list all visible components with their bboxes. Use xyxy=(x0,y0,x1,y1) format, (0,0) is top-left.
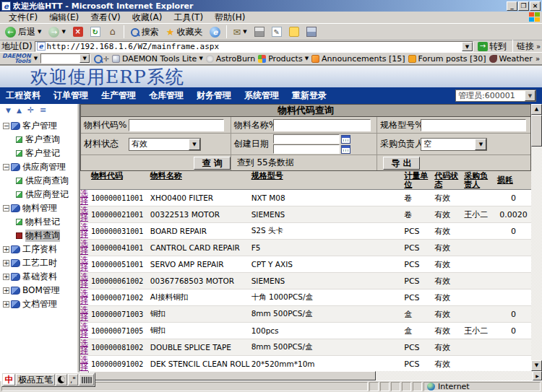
daemon-link-announcements[interactable]: Announcements [15] xyxy=(311,54,405,64)
horizontal-scroll-thumb[interactable] xyxy=(89,371,376,380)
go-button[interactable]: → 转到 xyxy=(476,41,509,52)
expand-box-icon[interactable]: + xyxy=(3,260,9,266)
horizontal-scrollbar[interactable]: ◀ ▶ xyxy=(79,371,542,380)
expand-box-icon[interactable]: + xyxy=(3,287,9,294)
vertical-scroll-thumb[interactable] xyxy=(531,115,542,147)
status-dropdown-icon[interactable]: ▼ xyxy=(189,139,200,150)
tree-group-craft-hours[interactable]: + 工艺工时 xyxy=(0,256,77,270)
header-unit[interactable]: 计量单位 xyxy=(403,171,433,189)
row-select-link[interactable]: 选择 xyxy=(80,207,90,222)
nav-warehouse[interactable]: 仓库管理 xyxy=(149,90,184,102)
header-status[interactable]: 代码状态 xyxy=(433,171,463,189)
tree-item-customer-register[interactable]: 客户登记 xyxy=(0,147,77,160)
row-select-link[interactable]: 选择 xyxy=(80,340,90,354)
tree-group-bom[interactable]: + BOM管理 xyxy=(0,284,77,297)
vertical-scroll-track[interactable] xyxy=(531,147,542,360)
close-button[interactable]: × xyxy=(530,1,541,11)
ime-language-button[interactable]: 中 xyxy=(3,374,15,386)
daemon-link-lite[interactable]: DAEMON Tools Lite ▼ xyxy=(112,54,203,64)
daemon-link-astroburn[interactable]: AstroBurn xyxy=(206,54,255,64)
tree-group-customers[interactable]: − 客户管理 xyxy=(0,119,77,133)
row-select-link[interactable]: 选择 xyxy=(80,307,90,321)
restore-button[interactable]: ❐ xyxy=(518,1,529,11)
daemon-dropdown-icon[interactable]: ▼ xyxy=(34,56,38,61)
nav-system[interactable]: 系统管理 xyxy=(244,90,279,102)
user-select-dropdown-icon[interactable]: ▼ xyxy=(525,90,535,101)
menu-file[interactable]: 文件(F) xyxy=(3,11,43,25)
daemon-search-dropdown-icon[interactable]: ▼ xyxy=(79,54,90,63)
tree-move-icon[interactable]: ✛ xyxy=(27,105,34,115)
forward-button[interactable]: → ▼ xyxy=(46,26,68,38)
vertical-scrollbar[interactable]: ▲ ▼ xyxy=(531,104,542,371)
horizontal-scroll-track[interactable] xyxy=(376,371,533,380)
menu-tools[interactable]: 工具(T) xyxy=(168,11,209,25)
tree-group-suppliers[interactable]: − 供应商管理 xyxy=(0,160,77,174)
ime-fullhalf-button[interactable] xyxy=(56,374,67,386)
collapse-box-icon[interactable]: − xyxy=(3,164,9,170)
row-select-link[interactable]: 选择 xyxy=(80,191,90,205)
daemon-link-weather[interactable]: Weather xyxy=(489,54,533,64)
links-label[interactable]: 链接 xyxy=(517,40,534,53)
header-code[interactable]: 物料代码 xyxy=(90,171,149,189)
tree-group-base-data[interactable]: + 基础资料 xyxy=(0,270,77,284)
home-button[interactable]: ⌂ xyxy=(105,26,121,38)
ime-toolbar[interactable]: 中 极品五笔 ," xyxy=(1,373,95,387)
menu-view[interactable]: 查看(V) xyxy=(85,11,126,25)
edit-button[interactable]: ✎ xyxy=(269,26,285,38)
header-name[interactable]: 物料名称 xyxy=(149,171,250,189)
tree-item-supplier-register[interactable]: 供应商登记 xyxy=(0,188,77,201)
address-dropdown-icon[interactable]: ▼ xyxy=(462,42,473,51)
row-select-link[interactable]: 选择 xyxy=(80,274,90,288)
row-select-link[interactable]: 选择 xyxy=(80,257,90,271)
date-to-input[interactable] xyxy=(273,144,340,154)
search-button[interactable]: 搜索 xyxy=(127,25,162,39)
export-button[interactable]: 导 出 xyxy=(383,157,419,170)
expand-box-icon[interactable]: + xyxy=(3,301,9,308)
row-select-link[interactable]: 选择 xyxy=(80,290,90,305)
calendar-icon[interactable] xyxy=(341,145,350,154)
user-select[interactable]: 管理员:600001 ▼ xyxy=(455,90,536,102)
mail-dropdown-icon[interactable]: ▼ xyxy=(243,29,246,35)
daemon-search-input[interactable]: ▼ xyxy=(40,53,90,64)
discuss-button[interactable] xyxy=(304,26,319,38)
collapse-box-icon[interactable]: − xyxy=(3,123,9,129)
expand-box-icon[interactable]: + xyxy=(3,246,9,253)
scroll-up-icon[interactable]: ▲ xyxy=(531,104,542,115)
tree-group-documents[interactable]: + 文档管理 xyxy=(0,297,77,311)
refresh-button[interactable]: ↻ xyxy=(87,26,103,38)
tree-expand-icon[interactable]: ▲ xyxy=(17,107,22,114)
mail-button[interactable]: ✉ ▼ xyxy=(230,26,249,38)
daemon-chevron-icon[interactable]: » xyxy=(535,55,540,63)
scroll-right-icon[interactable]: ▶ xyxy=(533,371,542,380)
nav-engineering[interactable]: 工程资料 xyxy=(6,90,40,102)
ime-softkeyboard-button[interactable] xyxy=(79,374,94,386)
daemon-link-forum[interactable]: Forum posts [30] xyxy=(408,54,486,64)
name-input[interactable] xyxy=(273,119,371,131)
history-button[interactable]: e xyxy=(207,26,223,38)
nav-relogin[interactable]: 重新登录 xyxy=(292,90,327,102)
menu-favorites[interactable]: 收藏(A) xyxy=(126,11,168,25)
nav-orders[interactable]: 订单管理 xyxy=(53,90,88,102)
tree-item-material-register[interactable]: 物料登记 xyxy=(0,215,77,229)
address-input[interactable] xyxy=(47,42,462,51)
collapse-box-icon[interactable]: − xyxy=(3,205,9,212)
buyer-select[interactable]: 空 ▼ xyxy=(421,138,487,151)
status-select[interactable]: 有效 ▼ xyxy=(129,138,201,151)
daemon-link-products[interactable]: Products ▼ xyxy=(258,54,309,64)
tree-collapse-icon[interactable]: ▼ xyxy=(6,107,11,114)
links-chevron-icon[interactable]: » xyxy=(536,43,541,51)
print-button[interactable] xyxy=(251,26,267,38)
scroll-down-icon[interactable]: ▼ xyxy=(531,360,542,371)
expand-box-icon[interactable]: + xyxy=(3,274,9,280)
ime-punctuation-button[interactable]: ," xyxy=(68,374,78,386)
tree-group-process-data[interactable]: + 工序资料 xyxy=(0,243,77,256)
forward-dropdown-icon[interactable]: ▼ xyxy=(61,29,65,35)
row-select-link[interactable]: 选择 xyxy=(80,224,90,238)
header-spec[interactable]: 规格型号 xyxy=(250,171,403,189)
code-input[interactable] xyxy=(129,119,224,131)
date-from-input[interactable] xyxy=(273,134,340,144)
menu-help[interactable]: 帮助(H) xyxy=(209,11,251,25)
minimize-button[interactable]: _ xyxy=(507,1,517,11)
menu-edit[interactable]: 编辑(E) xyxy=(43,11,85,25)
back-button[interactable]: ← 后退 ▼ xyxy=(2,25,44,39)
